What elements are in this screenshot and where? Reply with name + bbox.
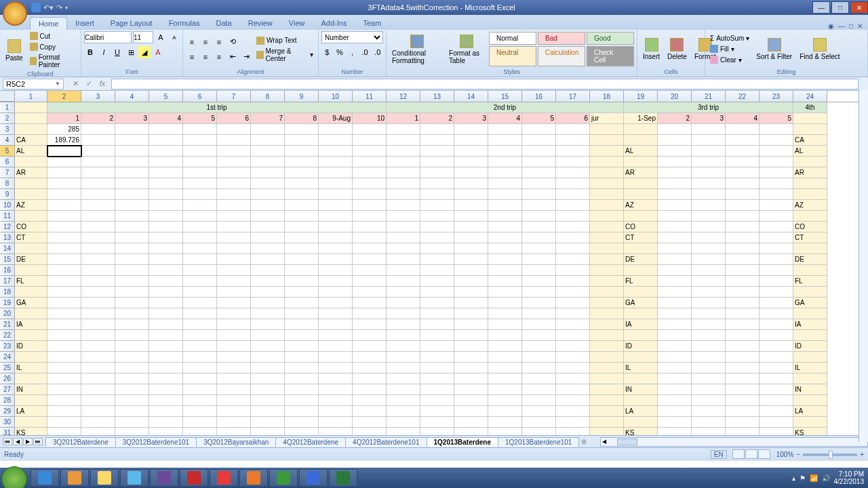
- tray-volume-icon[interactable]: 🔊: [822, 474, 830, 482]
- cell[interactable]: [149, 146, 183, 157]
- cell[interactable]: [590, 319, 624, 330]
- cell[interactable]: [285, 146, 319, 157]
- cell[interactable]: [624, 287, 658, 298]
- column-header[interactable]: 6: [183, 91, 217, 102]
- cell[interactable]: [183, 417, 217, 428]
- cell[interactable]: [387, 276, 420, 287]
- style-check-cell[interactable]: Check Cell: [587, 46, 634, 66]
- cell[interactable]: [420, 265, 454, 276]
- cell[interactable]: [47, 373, 81, 384]
- cell[interactable]: [556, 178, 590, 189]
- cell[interactable]: [420, 352, 454, 363]
- cell[interactable]: [624, 124, 658, 135]
- row-header[interactable]: 18: [0, 287, 15, 298]
- column-header[interactable]: 20: [658, 91, 692, 102]
- cell[interactable]: [590, 428, 624, 435]
- start-button[interactable]: [1, 466, 27, 488]
- cell[interactable]: [387, 189, 420, 200]
- cell[interactable]: [658, 363, 692, 373]
- cell[interactable]: [793, 113, 827, 124]
- cell[interactable]: [556, 406, 590, 417]
- cell[interactable]: [285, 298, 319, 308]
- cell[interactable]: [15, 373, 47, 384]
- cell[interactable]: [692, 135, 726, 146]
- cell[interactable]: AL: [15, 146, 47, 157]
- cell[interactable]: [488, 298, 522, 308]
- cell[interactable]: [658, 167, 692, 178]
- cell[interactable]: [522, 135, 556, 146]
- cell[interactable]: [488, 384, 522, 395]
- cell[interactable]: [353, 178, 387, 189]
- cell[interactable]: [353, 319, 387, 330]
- cell[interactable]: [522, 352, 556, 363]
- column-header[interactable]: 9: [285, 91, 319, 102]
- cell[interactable]: [726, 352, 760, 363]
- taskbar-app-button[interactable]: [90, 469, 119, 487]
- cell[interactable]: [658, 211, 692, 222]
- cell[interactable]: CT: [624, 232, 658, 243]
- cell[interactable]: [556, 232, 590, 243]
- cell[interactable]: [454, 319, 488, 330]
- cell[interactable]: [522, 417, 556, 428]
- cell[interactable]: [522, 330, 556, 341]
- cell[interactable]: [353, 384, 387, 395]
- cell[interactable]: [454, 341, 488, 352]
- cell[interactable]: [488, 146, 522, 157]
- cell[interactable]: [556, 189, 590, 200]
- cell[interactable]: [556, 428, 590, 435]
- cell[interactable]: [488, 189, 522, 200]
- cell[interactable]: [251, 330, 285, 341]
- cell[interactable]: [47, 265, 81, 276]
- cell[interactable]: [658, 243, 692, 254]
- cell[interactable]: [420, 341, 454, 352]
- cell[interactable]: [658, 222, 692, 232]
- cell[interactable]: [47, 178, 81, 189]
- cell[interactable]: [353, 287, 387, 298]
- cell[interactable]: [760, 232, 793, 243]
- cell[interactable]: [522, 308, 556, 319]
- zoom-level[interactable]: 100%: [776, 451, 794, 458]
- cell[interactable]: CO: [793, 222, 827, 232]
- cell[interactable]: [183, 395, 217, 406]
- cell[interactable]: [149, 157, 183, 167]
- cell[interactable]: [454, 167, 488, 178]
- cell[interactable]: [183, 222, 217, 232]
- zoom-out-icon[interactable]: −: [796, 451, 800, 458]
- cell[interactable]: [115, 319, 149, 330]
- row-header[interactable]: 16: [0, 265, 15, 276]
- cell[interactable]: [692, 276, 726, 287]
- cell[interactable]: [319, 363, 353, 373]
- cell[interactable]: 4: [488, 113, 522, 124]
- zoom-in-icon[interactable]: +: [860, 451, 864, 458]
- cell[interactable]: [251, 308, 285, 319]
- cell[interactable]: [285, 222, 319, 232]
- taskbar-app-button[interactable]: [150, 469, 178, 487]
- cell[interactable]: [488, 341, 522, 352]
- cell[interactable]: [726, 124, 760, 135]
- cell[interactable]: [590, 124, 624, 135]
- cell[interactable]: [115, 124, 149, 135]
- cell[interactable]: [760, 373, 793, 384]
- cell[interactable]: [81, 287, 115, 298]
- cell[interactable]: [285, 265, 319, 276]
- cell[interactable]: [319, 146, 353, 157]
- cell[interactable]: AL: [624, 146, 658, 157]
- cell[interactable]: [522, 341, 556, 352]
- cell[interactable]: [522, 222, 556, 232]
- delete-cells-button[interactable]: Delete: [665, 37, 690, 62]
- cell[interactable]: [285, 287, 319, 298]
- cell[interactable]: [285, 276, 319, 287]
- cell[interactable]: [454, 373, 488, 384]
- cell[interactable]: [353, 211, 387, 222]
- cell[interactable]: [319, 428, 353, 435]
- cell[interactable]: [353, 124, 387, 135]
- cell[interactable]: [726, 167, 760, 178]
- underline-button[interactable]: U: [111, 46, 123, 58]
- cell[interactable]: [353, 341, 387, 352]
- column-header[interactable]: 7: [217, 91, 251, 102]
- cell[interactable]: [692, 178, 726, 189]
- cell[interactable]: [251, 243, 285, 254]
- cell[interactable]: [556, 243, 590, 254]
- row-header[interactable]: 23: [0, 341, 15, 352]
- cell[interactable]: [183, 135, 217, 146]
